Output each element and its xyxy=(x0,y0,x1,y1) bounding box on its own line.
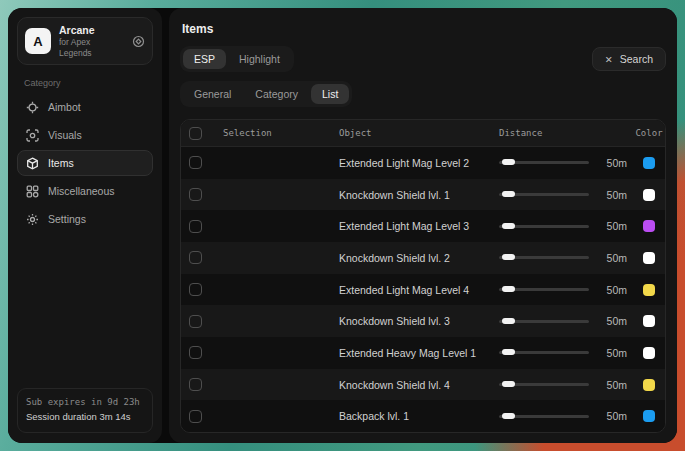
table-row[interactable]: Extended Light Mag Level 2 50m xyxy=(181,147,665,179)
color-swatch[interactable] xyxy=(643,410,655,422)
row-distance-cell: 50m xyxy=(499,220,633,232)
page-title: Items xyxy=(182,22,666,36)
distance-slider[interactable] xyxy=(499,256,589,259)
mode-tabs: ESP Highlight xyxy=(180,46,294,72)
row-distance-value: 50m xyxy=(607,284,627,296)
row-object: Extended Light Mag Level 3 xyxy=(339,220,499,232)
row-color-cell xyxy=(633,379,665,391)
distance-slider-thumb[interactable] xyxy=(502,349,515,355)
row-distance-value: 50m xyxy=(607,379,627,391)
table-row[interactable]: Knockdown Shield lvl. 4 50m xyxy=(181,369,665,401)
table-row[interactable]: Backpack lvl. 1 50m xyxy=(181,400,665,432)
row-object: Backpack lvl. 1 xyxy=(339,410,499,422)
table-row[interactable]: Extended Light Mag Level 3 50m xyxy=(181,210,665,242)
distance-slider[interactable] xyxy=(499,383,589,386)
row-distance-cell: 50m xyxy=(499,252,633,264)
color-swatch[interactable] xyxy=(643,157,655,169)
distance-slider-thumb[interactable] xyxy=(502,413,515,419)
color-swatch[interactable] xyxy=(643,189,655,201)
pin-icon[interactable] xyxy=(132,35,145,48)
color-swatch[interactable] xyxy=(643,347,655,359)
scan-eye-icon xyxy=(26,129,39,142)
mode-tab-row: ESP Highlight ✕ Search xyxy=(180,46,666,72)
sidebar-item-miscellaneous[interactable]: Miscellaneous xyxy=(17,178,153,204)
table-row[interactable]: Extended Light Mag Level 4 50m xyxy=(181,274,665,306)
row-color-cell xyxy=(633,220,665,232)
sidebar-item-visuals[interactable]: Visuals xyxy=(17,122,153,148)
tab-highlight[interactable]: Highlight xyxy=(228,49,291,69)
tab-list[interactable]: List xyxy=(311,84,349,104)
row-distance-value: 50m xyxy=(607,315,627,327)
distance-slider[interactable] xyxy=(499,161,589,164)
distance-slider[interactable] xyxy=(499,351,589,354)
row-color-cell xyxy=(633,284,665,296)
header-selection: Selection xyxy=(223,128,339,138)
row-checkbox[interactable] xyxy=(189,251,202,264)
sidebar-item-label: Visuals xyxy=(48,129,82,141)
sidebar-nav: Aimbot Visuals Items xyxy=(17,94,153,232)
row-checkbox[interactable] xyxy=(189,315,202,328)
table-body: Extended Light Mag Level 2 50m Knockdown… xyxy=(181,147,665,432)
row-distance-cell: 50m xyxy=(499,315,633,327)
view-tabs: General Category List xyxy=(180,81,352,107)
distance-slider[interactable] xyxy=(499,288,589,291)
row-color-cell xyxy=(633,347,665,359)
tab-general[interactable]: General xyxy=(183,84,242,104)
table-row[interactable]: Knockdown Shield lvl. 1 50m xyxy=(181,179,665,211)
sidebar-item-settings[interactable]: Settings xyxy=(17,206,153,232)
row-checkbox[interactable] xyxy=(189,220,202,233)
sidebar-item-aimbot[interactable]: Aimbot xyxy=(17,94,153,120)
category-section-label: Category xyxy=(24,78,153,88)
brand-text: Arcane for Apex Legends xyxy=(59,24,124,58)
distance-slider[interactable] xyxy=(499,193,589,196)
distance-slider-thumb[interactable] xyxy=(502,318,515,324)
distance-slider-thumb[interactable] xyxy=(502,381,515,387)
row-object: Knockdown Shield lvl. 1 xyxy=(339,189,499,201)
tab-esp[interactable]: ESP xyxy=(183,49,226,69)
color-swatch[interactable] xyxy=(643,220,655,232)
row-checkbox[interactable] xyxy=(189,410,202,423)
select-all-checkbox[interactable] xyxy=(189,127,202,140)
row-object: Extended Heavy Mag Level 1 xyxy=(339,347,499,359)
distance-slider[interactable] xyxy=(499,415,589,418)
color-swatch[interactable] xyxy=(643,315,655,327)
distance-slider[interactable] xyxy=(499,320,589,323)
color-swatch[interactable] xyxy=(643,252,655,264)
color-swatch[interactable] xyxy=(643,379,655,391)
row-checkbox[interactable] xyxy=(189,156,202,169)
distance-slider-thumb[interactable] xyxy=(502,191,515,197)
row-distance-cell: 50m xyxy=(499,157,633,169)
row-color-cell xyxy=(633,252,665,264)
color-swatch[interactable] xyxy=(643,284,655,296)
table-row[interactable]: Extended Heavy Mag Level 1 50m xyxy=(181,337,665,369)
package-icon xyxy=(26,157,39,170)
row-distance-value: 50m xyxy=(607,347,627,359)
row-distance-value: 50m xyxy=(607,220,627,232)
row-object: Extended Light Mag Level 2 xyxy=(339,157,499,169)
table-row[interactable]: Knockdown Shield lvl. 2 50m xyxy=(181,242,665,274)
header-object: Object xyxy=(339,128,499,138)
row-checkbox[interactable] xyxy=(189,283,202,296)
row-checkbox[interactable] xyxy=(189,378,202,391)
sidebar-item-items[interactable]: Items xyxy=(17,150,153,176)
distance-slider[interactable] xyxy=(499,225,589,228)
subscription-info-card: Sub expires in 9d 23h Session duration 3… xyxy=(17,388,153,433)
app-window: A Arcane for Apex Legends Category Aimbo… xyxy=(8,8,677,443)
row-color-cell xyxy=(633,410,665,422)
tab-category[interactable]: Category xyxy=(244,84,309,104)
app-logo: A xyxy=(25,28,51,54)
brand-card: A Arcane for Apex Legends xyxy=(17,17,153,65)
row-checkbox[interactable] xyxy=(189,346,202,359)
table-row[interactable]: Knockdown Shield lvl. 3 50m xyxy=(181,305,665,337)
row-distance-value: 50m xyxy=(607,157,627,169)
row-checkbox[interactable] xyxy=(189,188,202,201)
distance-slider-thumb[interactable] xyxy=(502,286,515,292)
distance-slider-thumb[interactable] xyxy=(502,159,515,165)
distance-slider-thumb[interactable] xyxy=(502,223,515,229)
search-button[interactable]: ✕ Search xyxy=(592,47,666,71)
header-distance: Distance xyxy=(499,128,633,138)
distance-slider-thumb[interactable] xyxy=(502,254,515,260)
table-header-row: Selection Object Distance Color xyxy=(181,120,665,147)
row-distance-cell: 50m xyxy=(499,410,633,422)
row-distance-value: 50m xyxy=(607,189,627,201)
